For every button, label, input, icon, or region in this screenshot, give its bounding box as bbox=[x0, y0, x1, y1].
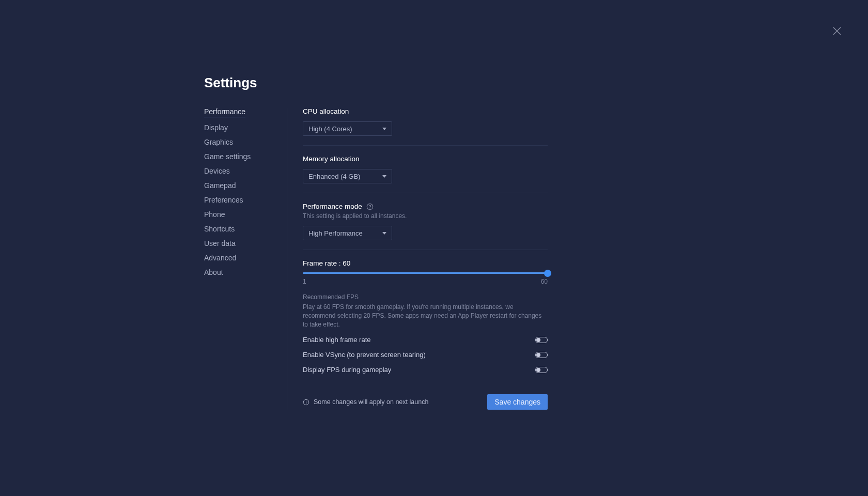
frame-rate-slider[interactable] bbox=[303, 272, 548, 274]
sidebar-item-preferences[interactable]: Preferences bbox=[204, 196, 243, 204]
page-title: Settings bbox=[204, 75, 548, 91]
enable-high-frame-rate-toggle[interactable] bbox=[535, 337, 548, 343]
frame-rate-max: 60 bbox=[541, 278, 548, 285]
enable-vsync-label: Enable VSync (to prevent screen tearing) bbox=[303, 351, 426, 359]
cpu-allocation-label: CPU allocation bbox=[303, 107, 548, 115]
frame-rate-label: Frame rate : 60 bbox=[303, 259, 548, 267]
display-fps-toggle[interactable] bbox=[535, 367, 548, 373]
close-icon[interactable] bbox=[831, 25, 843, 37]
performance-mode-subtext: This setting is applied to all instances… bbox=[303, 212, 548, 220]
caret-down-icon bbox=[382, 232, 386, 235]
frame-rate-min: 1 bbox=[303, 278, 306, 285]
sidebar-item-advanced[interactable]: Advanced bbox=[204, 254, 236, 262]
memory-allocation-select[interactable]: Enhanced (4 GB) bbox=[303, 169, 392, 183]
sidebar: Performance Display Graphics Game settin… bbox=[204, 107, 287, 276]
svg-point-6 bbox=[306, 400, 306, 401]
sidebar-item-phone[interactable]: Phone bbox=[204, 210, 225, 219]
display-fps-label: Display FPS during gameplay bbox=[303, 366, 391, 374]
performance-mode-select[interactable]: High Performance bbox=[303, 226, 392, 240]
performance-mode-value: High Performance bbox=[308, 229, 363, 237]
cpu-allocation-select[interactable]: High (4 Cores) bbox=[303, 121, 392, 136]
enable-vsync-toggle[interactable] bbox=[535, 352, 548, 358]
sidebar-item-gamepad[interactable]: Gamepad bbox=[204, 181, 236, 190]
sidebar-item-performance[interactable]: Performance bbox=[204, 107, 245, 117]
footer-note: Some changes will apply on next launch bbox=[314, 398, 428, 406]
caret-down-icon bbox=[382, 175, 386, 178]
sidebar-item-devices[interactable]: Devices bbox=[204, 167, 230, 175]
sidebar-item-graphics[interactable]: Graphics bbox=[204, 138, 233, 146]
sidebar-item-shortcuts[interactable]: Shortcuts bbox=[204, 225, 235, 233]
enable-high-frame-rate-label: Enable high frame rate bbox=[303, 336, 371, 344]
caret-down-icon bbox=[382, 128, 386, 130]
info-icon bbox=[303, 399, 309, 406]
help-icon[interactable] bbox=[366, 203, 374, 210]
memory-allocation-value: Enhanced (4 GB) bbox=[308, 173, 360, 180]
recommended-fps-title: Recommended FPS bbox=[303, 293, 548, 301]
sidebar-item-game-settings[interactable]: Game settings bbox=[204, 152, 251, 161]
sidebar-item-display[interactable]: Display bbox=[204, 123, 228, 132]
svg-point-3 bbox=[369, 208, 370, 208]
recommended-fps-body: Play at 60 FPS for smooth gameplay. If y… bbox=[303, 303, 548, 329]
sidebar-item-user-data[interactable]: User data bbox=[204, 239, 236, 247]
save-changes-button[interactable]: Save changes bbox=[487, 394, 548, 410]
content-panel: CPU allocation High (4 Cores) Memory all… bbox=[287, 107, 548, 410]
memory-allocation-label: Memory allocation bbox=[303, 155, 548, 163]
sidebar-item-about[interactable]: About bbox=[204, 268, 223, 276]
cpu-allocation-value: High (4 Cores) bbox=[308, 125, 352, 133]
slider-thumb[interactable] bbox=[544, 270, 551, 277]
performance-mode-label: Performance mode bbox=[303, 203, 362, 210]
